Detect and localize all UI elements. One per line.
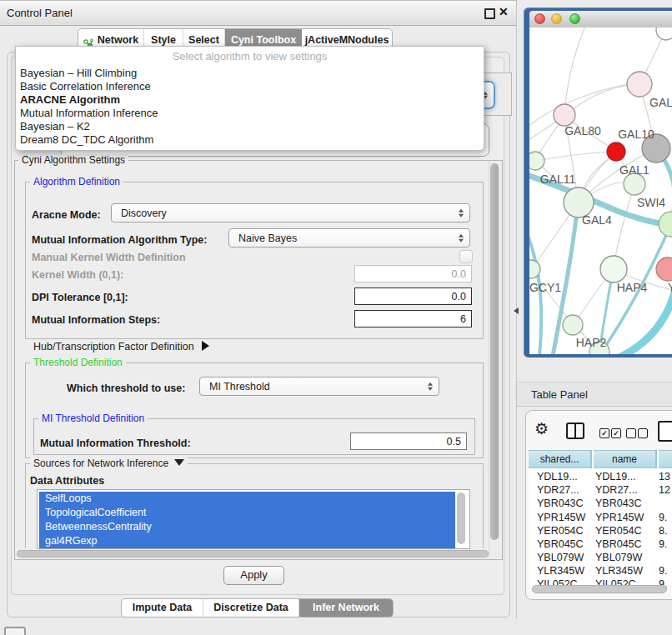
table-cell[interactable]: 13 xyxy=(659,470,672,483)
mi-steps-input[interactable]: 6 xyxy=(354,310,472,328)
deselect-all-checkbox-icon[interactable] xyxy=(626,428,636,438)
minimize-traffic-light[interactable] xyxy=(551,13,562,24)
which-threshold-select[interactable]: MI Threshold xyxy=(199,377,439,396)
table-cell[interactable] xyxy=(659,551,672,564)
float-window-icon[interactable] xyxy=(484,8,495,19)
node-gal80[interactable] xyxy=(554,104,575,126)
deselect-all-checkbox-icon[interactable] xyxy=(638,428,648,438)
tab-discretize-data-label: Discretize Data xyxy=(213,602,288,613)
table-cell[interactable]: YBL079W xyxy=(537,551,590,564)
minimized-panel-icon[interactable] xyxy=(4,627,26,635)
node-hap4[interactable] xyxy=(600,256,627,282)
list-item[interactable]: BetweennessCentrality xyxy=(39,520,455,534)
list-item[interactable]: SelfLoops xyxy=(39,492,455,506)
sources-toggle[interactable]: Sources for Network Inference xyxy=(30,458,188,469)
table-cell[interactable]: YLR345W xyxy=(537,564,590,578)
table-cell[interactable]: YBR045C xyxy=(595,538,654,551)
node-gal11[interactable] xyxy=(529,152,544,170)
algorithm-option[interactable]: Bayesian – Hill Climbing xyxy=(20,67,137,80)
node-y[interactable] xyxy=(656,258,672,281)
spinner-icon xyxy=(459,232,464,243)
table-cell[interactable]: YPR145W xyxy=(537,511,590,524)
tab-impute-data[interactable]: Impute Data xyxy=(122,599,203,617)
manual-kernel-checkbox[interactable] xyxy=(459,250,473,263)
table-cell[interactable]: YDL19... xyxy=(537,470,590,483)
dpi-tolerance-label: DPI Tolerance [0,1]: xyxy=(32,292,128,303)
hub-definition-toggle[interactable]: Hub/Transcription Factor Definition xyxy=(33,341,209,352)
mi-threshold-input[interactable]: 0.5 xyxy=(350,432,467,450)
columns-icon[interactable] xyxy=(566,422,584,439)
table-cell[interactable]: YBR045C xyxy=(537,538,590,551)
data-attributes-list[interactable]: SelfLoops TopologicalCoefficient Between… xyxy=(37,489,470,549)
table-cell[interactable]: YPR145W xyxy=(595,511,654,524)
threshold-definition-title: Threshold Definition xyxy=(30,357,126,368)
manual-kernel-label: Manual Kernel Width Definition xyxy=(32,252,186,263)
settings-hscrollbar-thumb[interactable] xyxy=(17,550,489,558)
select-all-checkbox-icon[interactable]: ✓ xyxy=(611,428,621,438)
network-canvas[interactable]: GAL GAL80 GAL10 GAL1 GAL11 GAL4 SWI4 GCY… xyxy=(529,28,672,354)
tab-infer-network-label: Infer Network xyxy=(313,602,379,613)
table-panel-title: Table Panel xyxy=(531,388,588,401)
close-icon[interactable]: ✕ xyxy=(499,5,509,18)
hub-definition-label: Hub/Transcription Factor Definition xyxy=(33,341,194,352)
tab-infer-network[interactable]: Infer Network xyxy=(299,599,393,617)
column-header-clipped[interactable] xyxy=(659,450,672,468)
table-cell[interactable]: YDR27... xyxy=(595,483,654,497)
algorithm-option[interactable]: Mutual Information Inference xyxy=(20,107,158,120)
aracne-mode-select[interactable]: Discovery xyxy=(111,203,470,222)
columns-icon-divider xyxy=(574,424,576,438)
collapsed-arrow-icon xyxy=(202,341,209,351)
table-cell[interactable]: 9. xyxy=(659,511,672,524)
control-panel-title: Control Panel xyxy=(7,7,73,19)
table-cell[interactable]: 8. xyxy=(659,524,672,538)
kernel-width-input[interactable]: 0.0 xyxy=(354,265,472,282)
apply-button[interactable]: Apply xyxy=(223,566,284,585)
node-unlabeled[interactable] xyxy=(656,28,672,40)
node-hap2[interactable] xyxy=(563,315,583,335)
gear-icon[interactable]: ⚙ xyxy=(534,419,549,438)
mi-threshold-label: Mutual Information Threshold: xyxy=(40,438,191,449)
list-item[interactable]: gal4RGexp xyxy=(39,534,455,548)
table-hscrollbar-thumb[interactable] xyxy=(532,585,667,593)
column-header-shared-name[interactable]: shared... xyxy=(529,450,592,468)
algorithm-option[interactable]: Basic Correlation Inference xyxy=(20,80,151,93)
node-gal7[interactable] xyxy=(627,72,652,97)
settings-vscrollbar-thumb[interactable] xyxy=(490,163,499,540)
panel-splitter-collapse-arrow[interactable] xyxy=(514,308,519,314)
table-cell[interactable]: 9. xyxy=(659,538,672,551)
table-cell[interactable]: 12 xyxy=(659,483,672,497)
close-traffic-light[interactable] xyxy=(534,13,545,24)
table-cell[interactable]: 9. xyxy=(659,564,672,578)
column-header-name[interactable]: name xyxy=(594,450,657,468)
table-cell[interactable]: YBL079W xyxy=(595,551,654,564)
algorithm-option[interactable]: Dream8 DC_TDC Algorithm xyxy=(20,133,153,147)
list-scrollbar[interactable] xyxy=(457,492,465,544)
aracne-mode-value: Discovery xyxy=(121,208,167,219)
node-swi4[interactable] xyxy=(659,212,672,237)
table-cell[interactable]: YLR345W xyxy=(595,564,654,578)
which-threshold-value: MI Threshold xyxy=(209,381,270,392)
algorithm-option-selected[interactable]: ARACNE Algorithm xyxy=(20,93,120,107)
node-label: HAP4 xyxy=(617,281,648,294)
mi-steps-value: 6 xyxy=(460,313,466,325)
list-item[interactable]: TopologicalCoefficient xyxy=(39,506,455,520)
table-cell[interactable]: YER054C xyxy=(537,524,590,538)
kernel-width-value: 0.0 xyxy=(452,268,466,280)
table-cell[interactable]: YDL19... xyxy=(595,470,654,483)
mi-type-select[interactable]: Naive Bayes xyxy=(228,228,470,248)
tab-discretize-data[interactable]: Discretize Data xyxy=(203,599,299,617)
control-panel-titlebar xyxy=(0,0,517,26)
table-cell[interactable]: YBR043C xyxy=(537,497,590,510)
dpi-tolerance-input[interactable]: 0.0 xyxy=(354,288,472,305)
table-cell[interactable]: YDR27... xyxy=(537,483,590,497)
tab-impute-data-label: Impute Data xyxy=(133,602,193,613)
table-cell[interactable]: YBR043C xyxy=(595,497,654,510)
function-builder-icon[interactable] xyxy=(658,421,672,442)
table-cell[interactable]: YER054C xyxy=(595,524,654,538)
table-cell[interactable] xyxy=(659,497,672,510)
node-red-selected[interactable] xyxy=(607,142,625,161)
select-all-checkbox-icon[interactable]: ✓ xyxy=(599,428,609,438)
zoom-traffic-light[interactable] xyxy=(569,13,580,24)
algorithm-option[interactable]: Bayesian – K2 xyxy=(20,120,90,133)
screen: Control Panel ✕ Network Style Select Cyn… xyxy=(0,0,672,635)
